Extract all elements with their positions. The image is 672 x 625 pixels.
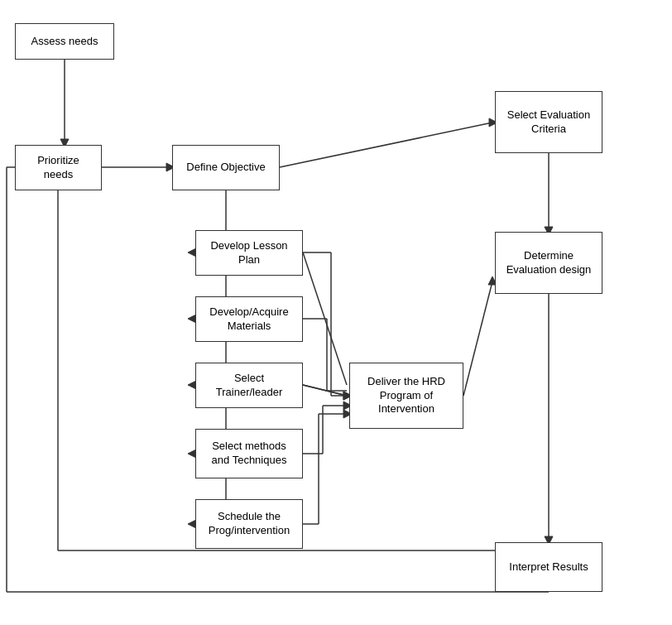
interpret-results-box: Interpret Results [495, 542, 602, 592]
assess-needs-box: Assess needs [15, 23, 114, 60]
diagram: Assess needs Prioritize needs Define Obj… [0, 0, 672, 625]
determine-eval-design-box: Determine Evaluation design [495, 232, 602, 294]
develop-materials-box: Develop/Acquire Materials [195, 296, 303, 342]
svg-line-4 [280, 123, 492, 167]
svg-line-31 [303, 385, 347, 396]
select-trainer-box: Select Trainer/leader [195, 363, 303, 408]
select-eval-criteria-box: Select Evaluation Criteria [495, 91, 602, 153]
develop-lesson-plan-box: Develop Lesson Plan [195, 230, 303, 276]
define-objective-box: Define Objective [172, 145, 280, 190]
svg-line-29 [303, 385, 347, 396]
svg-line-21 [303, 252, 347, 385]
schedule-prog-box: Schedule the Prog/intervention [195, 499, 303, 549]
prioritize-needs-box: Prioritize needs [15, 145, 102, 190]
deliver-hrd-box: Deliver the HRD Program of Intervention [349, 363, 463, 429]
select-methods-box: Select methods and Techniques [195, 429, 303, 478]
svg-line-40 [463, 281, 492, 396]
